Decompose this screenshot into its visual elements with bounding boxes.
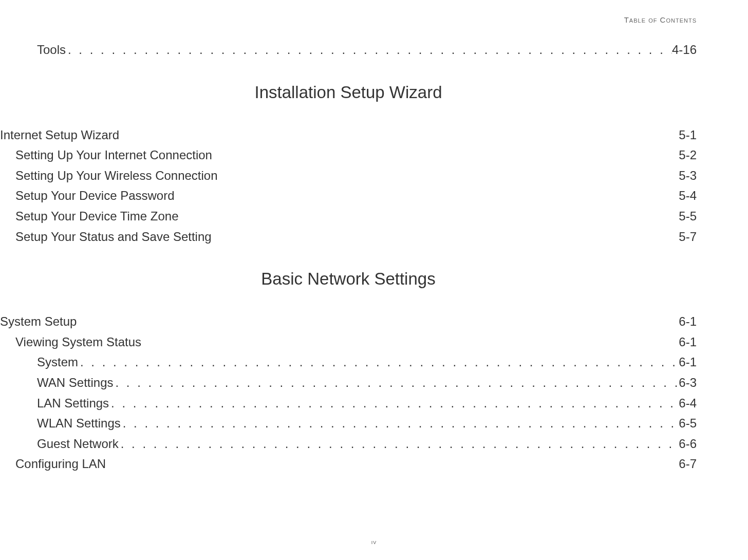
toc-dots	[109, 393, 679, 414]
toc-label: System Setup	[0, 311, 77, 332]
toc-entry-setup-status-save: Setup Your Status and Save Setting 5-7	[0, 227, 697, 247]
toc-label: System	[37, 352, 78, 372]
toc-page: 4-16	[672, 40, 697, 60]
toc-entry-system: System 6-1	[0, 352, 697, 372]
toc-entry-setup-device-password: Setup Your Device Password 5-4	[0, 185, 697, 206]
toc-label: Setting Up Your Internet Connection	[15, 145, 212, 165]
toc-label: Guest Network	[37, 434, 119, 454]
toc-label: Viewing System Status	[15, 332, 141, 352]
toc-dots	[119, 434, 679, 454]
toc-page: 6-1	[679, 311, 697, 332]
section-heading-installation: Installation Setup Wizard	[0, 83, 697, 102]
toc-page: 5-4	[679, 185, 697, 206]
toc-entry-configuring-lan: Configuring LAN 6-7	[0, 454, 697, 474]
toc-label: Internet Setup Wizard	[0, 125, 119, 145]
toc-entry-internet-setup-wizard: Internet Setup Wizard 5-1	[0, 125, 697, 145]
toc-page: 6-6	[679, 434, 697, 454]
toc-page: 5-3	[679, 165, 697, 186]
toc-dots	[78, 352, 679, 372]
toc-label: Setup Your Device Password	[15, 185, 175, 206]
toc-page: 5-5	[679, 206, 697, 227]
toc-label: Tools	[37, 40, 66, 60]
toc-entry-tools: Tools 4-16	[0, 40, 697, 60]
toc-page: 5-7	[679, 227, 697, 247]
section-heading-basic-network: Basic Network Settings	[0, 269, 697, 289]
toc-entry-viewing-system-status: Viewing System Status 6-1	[0, 332, 697, 352]
toc-entry-lan-settings: LAN Settings 6-4	[0, 393, 697, 414]
toc-dots	[66, 40, 672, 60]
toc-dots	[114, 372, 679, 393]
page-number: iv	[371, 538, 377, 546]
toc-label: WLAN Settings	[37, 413, 121, 434]
page-footer: iv	[0, 538, 748, 546]
toc-entry-setup-device-timezone: Setup Your Device Time Zone 5-5	[0, 206, 697, 227]
toc-page: 5-2	[679, 145, 697, 165]
toc-page: 5-1	[679, 125, 697, 145]
toc-page: 6-7	[679, 454, 697, 474]
toc-label: LAN Settings	[37, 393, 109, 414]
toc-entry-setting-up-internet: Setting Up Your Internet Connection 5-2	[0, 145, 697, 165]
page-body: Table of Contents Tools 4-16 Installatio…	[0, 0, 748, 495]
toc-page: 6-4	[679, 393, 697, 414]
toc-page: 6-3	[679, 372, 697, 393]
toc-entry-setting-up-wireless: Setting Up Your Wireless Connection 5-3	[0, 165, 697, 186]
toc-label: WAN Settings	[37, 372, 114, 393]
toc-label: Configuring LAN	[15, 454, 106, 474]
toc-entry-wlan-settings: WLAN Settings 6-5	[0, 413, 697, 434]
toc-label: Setup Your Status and Save Setting	[15, 227, 212, 247]
toc-entry-system-setup: System Setup 6-1	[0, 311, 697, 332]
toc-page: 6-1	[679, 352, 697, 372]
toc-entry-guest-network: Guest Network 6-6	[0, 434, 697, 454]
header-label: Table of Contents	[0, 15, 697, 24]
toc-dots	[121, 413, 679, 434]
toc-label: Setup Your Device Time Zone	[15, 206, 179, 227]
toc-entry-wan-settings: WAN Settings 6-3	[0, 372, 697, 393]
toc-label: Setting Up Your Wireless Connection	[15, 165, 218, 186]
toc-page: 6-1	[679, 332, 697, 352]
toc-page: 6-5	[679, 413, 697, 434]
